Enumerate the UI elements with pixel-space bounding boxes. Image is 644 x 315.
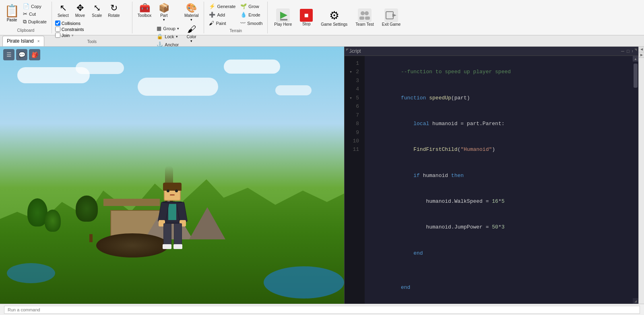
material-dropdown[interactable]: ▾ [190, 18, 192, 22]
status-bar [0, 304, 644, 315]
color-dropdown[interactable]: ▾ [190, 39, 192, 43]
char-shoe-l [163, 244, 171, 249]
join-dropdown-arrow[interactable]: ▾ [72, 33, 74, 37]
tree-trunk-1 [89, 234, 93, 242]
viewport[interactable]: ☰ 💬 🎒 [0, 47, 344, 304]
part-dropdown[interactable]: ▾ [163, 18, 165, 22]
backpack-button[interactable]: 🎒 [29, 49, 40, 60]
toolbox-button[interactable]: 🧰 Toolbox [136, 2, 153, 19]
main-area: ☰ 💬 🎒 ◤ ◥ Script ─ □ × 1 [0, 47, 644, 304]
material-icon: 🎨 [186, 4, 197, 12]
rotate-button[interactable]: ↻ Rotate [106, 2, 122, 19]
code-token: * [498, 198, 502, 204]
script-minimize[interactable]: ─ [621, 49, 624, 54]
cloud-5 [275, 85, 312, 95]
char-shoe-r [173, 244, 182, 249]
ribbon-group-clipboard: 📋 Paste 📄 Copy ✂ Cut ⧉ Duplicate Clipboa… [0, 2, 52, 33]
team-test-label: Team Test [355, 22, 374, 27]
char-leg-r [174, 223, 182, 245]
ribbon: 📋 Paste 📄 Copy ✂ Cut ⧉ Duplicate Clipboa… [0, 0, 644, 35]
line-num-5: ▾5 [354, 94, 361, 102]
chat-button[interactable]: 💬 [16, 49, 27, 60]
cut-button[interactable]: ✂ Cut [21, 10, 48, 18]
generate-button[interactable]: ⚡ Generate [207, 2, 237, 10]
copy-button[interactable]: 📄 Copy [21, 2, 48, 10]
scale-button[interactable]: ⤡ Scale [89, 2, 105, 19]
scroll-thumb[interactable] [634, 64, 638, 88]
panel-resize-br[interactable]: ◢ [633, 298, 638, 304]
erode-button[interactable]: 💧 Erode [239, 11, 264, 19]
stop-icon: ■ [300, 9, 313, 22]
collisions-input[interactable] [55, 21, 60, 26]
group-button[interactable]: ▦ Group ▾ [155, 25, 181, 32]
cloud-2 [76, 62, 124, 74]
group-dropdown-arrow[interactable]: ▾ [177, 27, 179, 31]
move-button[interactable]: ✥ Move [72, 2, 88, 19]
paint-button[interactable]: 🖌 Paint [207, 19, 237, 27]
code-line-8: end [369, 240, 628, 266]
command-input[interactable] [4, 306, 640, 314]
collisions-label: Collisions [62, 21, 80, 26]
panel-resize-tl[interactable]: ◤ [345, 47, 350, 52]
join-label: Join [62, 33, 70, 38]
smooth-icon: 〰 [240, 20, 246, 26]
scroll-up-button[interactable]: ▲ [633, 56, 638, 62]
group-icon: ▦ [157, 25, 161, 31]
join-input[interactable] [55, 33, 60, 38]
code-area[interactable]: --function to speed up player speed func… [365, 56, 633, 304]
code-token: end [401, 284, 410, 290]
play-here-label: Play Here [274, 22, 292, 27]
select-button[interactable]: ↖ Select [55, 2, 71, 19]
lock-label: Lock [165, 34, 174, 39]
grow-button[interactable]: 🌱 Grow [239, 2, 264, 10]
right-expand-button[interactable]: ▶ [639, 52, 644, 58]
game-settings-button[interactable]: ⚙ Game Settings [318, 7, 351, 28]
code-line-6: humanoid.WalkSpeed = 16*5 [369, 189, 628, 214]
stop-button[interactable]: ■ Stop [297, 7, 316, 28]
collisions-checkbox[interactable]: Collisions [55, 21, 129, 26]
play-here-icon [276, 8, 290, 22]
code-token [401, 173, 413, 179]
color-button[interactable]: 🖌 Color ▾ [182, 24, 201, 44]
code-token: FindFirstChild [413, 146, 457, 152]
svg-rect-7 [365, 16, 370, 20]
join-checkbox[interactable]: Join ▾ [55, 33, 129, 38]
material-button[interactable]: 🎨 Material ▾ [182, 2, 201, 23]
hamburger-menu-button[interactable]: ☰ [3, 49, 14, 60]
code-token: 16 [492, 198, 498, 204]
svg-rect-3 [358, 8, 372, 22]
right-collapse-button[interactable]: ◀ [639, 47, 644, 52]
scroll-track[interactable] [633, 62, 638, 298]
panel-resize-tr[interactable]: ◥ [633, 47, 638, 52]
script-header: Script ─ □ × [345, 47, 638, 56]
cloud-4 [224, 60, 280, 74]
paste-label: Paste [7, 18, 17, 22]
team-test-button[interactable]: Team Test [352, 7, 377, 28]
smooth-button[interactable]: 〰 Smooth [239, 19, 264, 27]
exit-game-button[interactable]: Exit Game [379, 7, 404, 28]
code-token: humanoid [420, 173, 451, 179]
generate-icon: ⚡ [209, 3, 215, 9]
code-line-2: function speedUp(part) [369, 85, 628, 111]
code-line-11: script.Parent.Touched:Connect(speedUp) [369, 301, 628, 304]
script-scrollbar-vertical[interactable]: ▲ ▼ [633, 56, 638, 304]
tab-pirate-island[interactable]: Pirate Island × [2, 36, 44, 46]
constraints-checkbox[interactable]: Constraints [55, 27, 129, 32]
add-terrain-button[interactable]: ➕ Add [207, 11, 237, 19]
lock-icon: 🔒 [157, 33, 163, 39]
script-maximize[interactable]: □ [627, 49, 630, 54]
move-label: Move [75, 13, 85, 18]
duplicate-button[interactable]: ⧉ Duplicate [21, 18, 48, 26]
material-label: Material [184, 13, 199, 18]
add-terrain-label: Add [217, 12, 225, 17]
part-button[interactable]: 📦 Part ▾ [155, 2, 173, 23]
play-here-button[interactable]: Play Here [271, 7, 295, 28]
constraints-input[interactable] [55, 27, 60, 32]
tab-label: Pirate Island [7, 38, 34, 44]
lock-button[interactable]: 🔒 Lock ▾ [155, 33, 181, 40]
code-token: 3 [502, 224, 505, 230]
lock-dropdown-arrow[interactable]: ▾ [176, 35, 178, 39]
code-token: "Humanoid" [460, 146, 492, 152]
paste-button[interactable]: 📋 Paste [3, 2, 21, 23]
tab-close-button[interactable]: × [37, 39, 40, 43]
